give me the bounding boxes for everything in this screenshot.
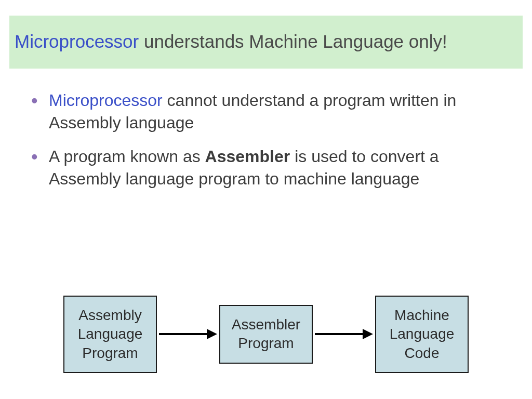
box1-line1: Assembly [78, 307, 141, 323]
arrow-2 [313, 326, 375, 342]
arrow-right-icon [157, 328, 219, 340]
title-highlight: Microprocessor [15, 31, 139, 51]
bullet-1: Microprocessor cannot understand a progr… [31, 89, 501, 134]
bullet-2-bold: Assembler [205, 147, 290, 166]
box2-line1: Assembler [232, 316, 300, 332]
arrow-1 [157, 326, 219, 342]
svg-marker-3 [363, 329, 373, 339]
box2-line2: Program [238, 335, 294, 351]
flow-diagram: Assembly Language Program Assembler Prog… [0, 296, 532, 373]
bullet-1-highlight: Microprocessor [49, 91, 163, 110]
box1-line3: Program [82, 345, 138, 361]
bullet-list: Microprocessor cannot understand a progr… [31, 89, 501, 191]
bullet-2: A program known as Assembler is used to … [31, 145, 501, 190]
slide: Microprocessor understands Machine Langu… [0, 16, 532, 399]
box3-line1: Machine [394, 307, 449, 323]
title-rest: understands Machine Language only! [139, 31, 447, 51]
box-machine-language-code: Machine Language Code [375, 296, 469, 373]
box-assembly-language-program: Assembly Language Program [63, 296, 157, 373]
box3-line3: Code [405, 345, 440, 361]
box3-line2: Language [390, 326, 455, 342]
box1-line2: Language [78, 326, 143, 342]
box-assembler-program: Assembler Program [219, 305, 313, 364]
bullet-2-pre: A program known as [49, 147, 205, 166]
slide-title: Microprocessor understands Machine Langu… [9, 16, 523, 69]
svg-marker-1 [207, 329, 217, 339]
arrow-right-icon [313, 328, 375, 340]
